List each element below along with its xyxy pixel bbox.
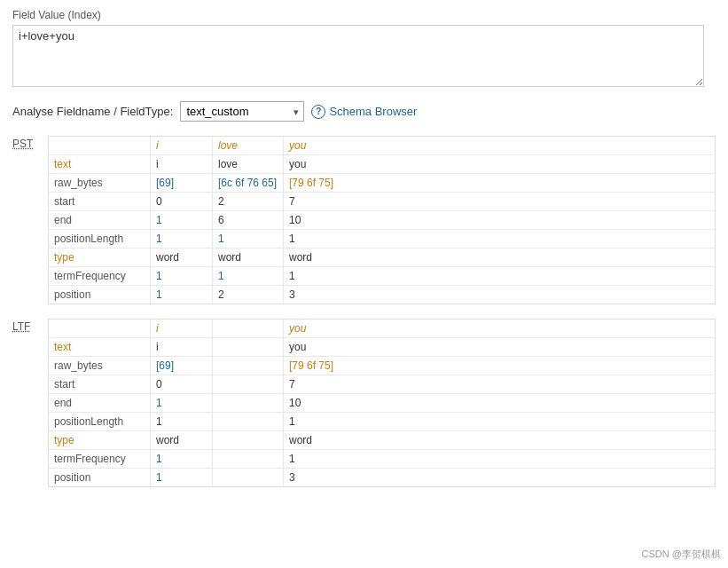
- row-val2: 1: [213, 267, 284, 285]
- row-field: start: [49, 193, 151, 210]
- row-field: termFrequency: [49, 267, 151, 285]
- row-field: type: [49, 431, 151, 449]
- row-field: positionLength: [49, 230, 151, 248]
- row-field: end: [49, 211, 151, 229]
- row-val2: [213, 413, 284, 430]
- row-val2: 2: [213, 286, 284, 304]
- row-val3: 3: [284, 286, 364, 304]
- row-val1: 1: [151, 211, 213, 229]
- field-value-input[interactable]: i+love+you: [12, 25, 704, 87]
- table-row: termFrequency 1 1 1: [49, 267, 715, 286]
- row-field: raw_bytes: [49, 357, 151, 375]
- pst-col-you: you: [284, 137, 364, 154]
- row-val3: [79 6f 75]: [284, 357, 364, 375]
- pst-tag: PST: [12, 136, 48, 304]
- row-field: positionLength: [49, 413, 151, 430]
- row-val2: [213, 450, 284, 468]
- table-row: type word word word: [49, 248, 715, 267]
- row-val2: word: [213, 248, 284, 266]
- row-val3: you: [284, 338, 364, 356]
- row-val1: 1: [151, 230, 213, 248]
- row-val3: word: [284, 248, 364, 266]
- field-value-label: Field Value (Index): [12, 9, 716, 21]
- row-val3: 10: [284, 394, 364, 412]
- row-val3: you: [284, 155, 364, 173]
- row-val1: 1: [151, 413, 213, 430]
- row-val3: 1: [284, 267, 364, 285]
- row-val3: 3: [284, 469, 364, 486]
- row-val2: 6: [213, 211, 284, 229]
- table-row: start 0 2 7: [49, 193, 715, 211]
- table-row: positionLength 1 1 1: [49, 230, 715, 248]
- ltf-section: LTF i you text i you raw_bytes [69] [79 …: [12, 319, 716, 487]
- row-val1: i: [151, 155, 213, 173]
- row-field: start: [49, 375, 151, 393]
- pst-header-row: i love you: [49, 137, 715, 155]
- row-field: end: [49, 394, 151, 412]
- ltf-header-row: i you: [49, 320, 715, 338]
- row-val2: 1: [213, 230, 284, 248]
- row-val1: 1: [151, 450, 213, 468]
- row-val1: 1: [151, 469, 213, 486]
- schema-browser-link[interactable]: ? Schema Browser: [311, 105, 417, 119]
- table-row: position 1 3: [49, 469, 715, 486]
- analyse-label: Analyse Fieldname / FieldType:: [12, 105, 173, 118]
- ltf-col-i: i: [151, 320, 213, 337]
- row-val1: i: [151, 338, 213, 356]
- row-val3: word: [284, 431, 364, 449]
- table-row: raw_bytes [69] [6c 6f 76 65] [79 6f 75]: [49, 174, 715, 193]
- row-field: raw_bytes: [49, 174, 151, 192]
- ltf-col-empty: [213, 320, 284, 337]
- analyse-row: Analyse Fieldname / FieldType: text_cust…: [12, 101, 716, 122]
- fieldtype-select-wrapper: text_custom text text_general string: [180, 101, 304, 122]
- ltf-col-you: you: [284, 320, 364, 337]
- row-val3: 10: [284, 211, 364, 229]
- row-val2: 2: [213, 193, 284, 210]
- row-val2: [213, 357, 284, 375]
- row-val3: [79 6f 75]: [284, 174, 364, 192]
- table-row: text i you: [49, 338, 715, 357]
- row-val2: love: [213, 155, 284, 173]
- table-row: termFrequency 1 1: [49, 450, 715, 469]
- row-val2: [213, 375, 284, 393]
- row-val1: word: [151, 248, 213, 266]
- row-val2: [6c 6f 76 65]: [213, 174, 284, 192]
- row-val3: 1: [284, 450, 364, 468]
- table-row: position 1 2 3: [49, 286, 715, 304]
- field-value-section: Field Value (Index) i+love+you: [12, 9, 716, 87]
- row-val1: 1: [151, 267, 213, 285]
- row-val3: 1: [284, 413, 364, 430]
- row-val3: 7: [284, 375, 364, 393]
- help-icon: ?: [311, 105, 325, 119]
- row-val2: [213, 431, 284, 449]
- row-val2: [213, 394, 284, 412]
- table-row: start 0 7: [49, 375, 715, 394]
- row-val2: [213, 338, 284, 356]
- row-field: type: [49, 248, 151, 266]
- table-row: end 1 10: [49, 394, 715, 413]
- row-val1: [69]: [151, 357, 213, 375]
- table-row: raw_bytes [69] [79 6f 75]: [49, 357, 715, 375]
- schema-browser-label: Schema Browser: [329, 105, 417, 118]
- row-val1: 1: [151, 394, 213, 412]
- fieldtype-select[interactable]: text_custom text text_general string: [180, 101, 304, 122]
- row-field: position: [49, 469, 151, 486]
- row-field: text: [49, 338, 151, 356]
- row-val1: 0: [151, 375, 213, 393]
- table-row: text i love you: [49, 155, 715, 174]
- row-val3: 7: [284, 193, 364, 210]
- row-val2: [213, 469, 284, 486]
- row-field: position: [49, 286, 151, 304]
- ltf-col-field: [49, 320, 151, 337]
- row-field: text: [49, 155, 151, 173]
- pst-col-love: love: [213, 137, 284, 154]
- pst-section: PST i love you text i love you raw_bytes…: [12, 136, 716, 304]
- table-row: positionLength 1 1: [49, 413, 715, 431]
- table-row: type word word: [49, 431, 715, 450]
- pst-grid: i love you text i love you raw_bytes [69…: [48, 136, 716, 304]
- row-field: termFrequency: [49, 450, 151, 468]
- row-val1: 1: [151, 286, 213, 304]
- row-val1: word: [151, 431, 213, 449]
- ltf-grid: i you text i you raw_bytes [69] [79 6f 7…: [48, 319, 716, 487]
- table-row: end 1 6 10: [49, 211, 715, 230]
